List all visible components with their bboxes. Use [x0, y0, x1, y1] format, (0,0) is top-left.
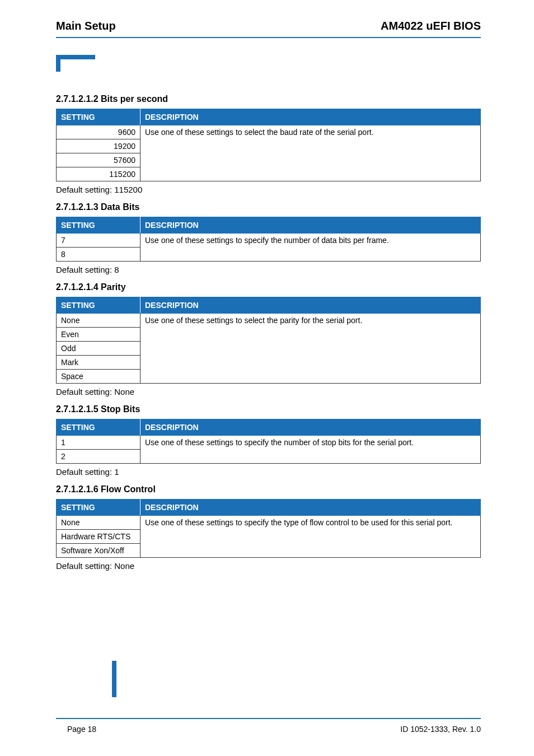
setting-cell: Software Xon/Xoff	[57, 544, 140, 558]
setting-cell: None	[57, 314, 140, 328]
section-heading: 2.7.1.2.1.2 Bits per second	[56, 94, 481, 104]
column-header-description: DESCRIPTION	[140, 217, 481, 234]
table-row: 1Use one of these settings to specify th…	[57, 436, 481, 450]
setting-cell: 57600	[57, 153, 140, 167]
footer-doc-id: ID 1052-1333, Rev. 1.0	[400, 725, 481, 734]
settings-table: SETTINGDESCRIPTION7Use one of these sett…	[56, 217, 481, 262]
default-setting-text: Default setting: 1	[56, 467, 481, 477]
page-header: Main Setup AM4022 uEFI BIOS	[56, 20, 481, 38]
section-heading: 2.7.1.2.1.6 Flow Control	[56, 484, 481, 494]
table-row: NoneUse one of these settings to specify…	[57, 516, 481, 530]
column-header-setting: SETTING	[57, 419, 140, 436]
column-header-description: DESCRIPTION	[140, 109, 481, 125]
description-cell: Use one of these settings to specify the…	[140, 436, 481, 464]
column-header-setting: SETTING	[57, 217, 140, 234]
description-cell: Use one of these settings to specify the…	[140, 234, 481, 262]
column-header-description: DESCRIPTION	[140, 419, 481, 436]
setting-cell: 7	[57, 234, 140, 248]
footer-page-number: Page 18	[67, 725, 96, 734]
setting-cell: 1	[57, 436, 140, 450]
setting-cell: Hardware RTS/CTS	[57, 530, 140, 544]
section-heading: 2.7.1.2.1.3 Data Bits	[56, 202, 481, 212]
description-cell: Use one of these settings to specify the…	[140, 516, 481, 558]
default-setting-text: Default setting: 8	[56, 265, 481, 274]
setting-cell: None	[57, 516, 140, 530]
default-setting-text: Default setting: None	[56, 387, 481, 396]
column-header-description: DESCRIPTION	[140, 500, 481, 516]
setting-cell: 19200	[57, 139, 140, 153]
settings-table: SETTINGDESCRIPTIONNoneUse one of these s…	[56, 499, 481, 558]
logo-corner-icon	[56, 55, 95, 86]
column-header-setting: SETTING	[57, 500, 140, 516]
table-row: 7Use one of these settings to specify th…	[57, 234, 481, 248]
setting-cell: Even	[57, 328, 140, 342]
column-header-setting: SETTING	[57, 297, 140, 314]
description-cell: Use one of these settings to select the …	[140, 125, 481, 181]
settings-table: SETTINGDESCRIPTION9600Use one of these s…	[56, 109, 481, 181]
description-cell: Use one of these settings to select the …	[140, 314, 481, 384]
setting-cell: Space	[57, 370, 140, 384]
setting-cell: 9600	[57, 125, 140, 139]
header-right: AM4022 uEFI BIOS	[381, 20, 481, 32]
page-footer: Page 18 ID 1052-1333, Rev. 1.0	[56, 718, 481, 734]
setting-cell: 115200	[57, 167, 140, 181]
settings-table: SETTINGDESCRIPTION1Use one of these sett…	[56, 419, 481, 464]
default-setting-text: Default setting: None	[56, 561, 481, 571]
table-row: NoneUse one of these settings to select …	[57, 314, 481, 328]
setting-cell: 2	[57, 450, 140, 464]
header-left: Main Setup	[56, 20, 116, 32]
setting-cell: 8	[57, 248, 140, 262]
settings-table: SETTINGDESCRIPTIONNoneUse one of these s…	[56, 297, 481, 384]
setting-cell: Mark	[57, 356, 140, 370]
default-setting-text: Default setting: 115200	[56, 185, 481, 194]
table-row: 9600Use one of these settings to select …	[57, 125, 481, 139]
section-heading: 2.7.1.2.1.4 Parity	[56, 282, 481, 292]
setting-cell: Odd	[57, 342, 140, 356]
section-heading: 2.7.1.2.1.5 Stop Bits	[56, 404, 481, 414]
column-header-description: DESCRIPTION	[140, 297, 481, 314]
column-header-setting: SETTING	[57, 109, 140, 125]
